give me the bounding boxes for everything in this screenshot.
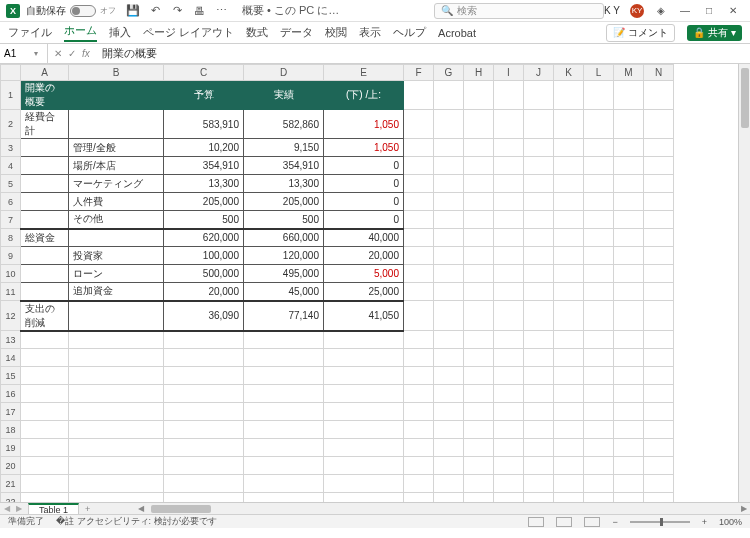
cell[interactable]	[434, 331, 464, 349]
scroll-right-icon[interactable]: ▶	[738, 504, 750, 513]
col-header[interactable]: F	[404, 65, 434, 81]
row-header[interactable]: 14	[1, 349, 21, 367]
row-header[interactable]: 4	[1, 157, 21, 175]
sheet-tab[interactable]: Table 1	[28, 503, 79, 515]
cell[interactable]	[69, 457, 164, 475]
cell[interactable]	[494, 283, 524, 301]
cell[interactable]	[524, 439, 554, 457]
row-header[interactable]: 1	[1, 81, 21, 110]
cell[interactable]: 25,000	[324, 283, 404, 301]
cell[interactable]	[494, 403, 524, 421]
tab-home[interactable]: ホーム	[64, 23, 97, 42]
cell[interactable]	[524, 367, 554, 385]
row-header[interactable]: 11	[1, 283, 21, 301]
print-icon[interactable]: 🖶	[192, 4, 206, 18]
comment-button[interactable]: 📝 コメント	[606, 24, 675, 42]
cell[interactable]: 495,000	[244, 265, 324, 283]
cell[interactable]	[21, 439, 69, 457]
cell[interactable]: 管理/全般	[69, 139, 164, 157]
cell[interactable]	[644, 247, 674, 265]
cell[interactable]	[434, 403, 464, 421]
avatar[interactable]: KY	[630, 4, 644, 18]
cell[interactable]	[614, 421, 644, 439]
cell[interactable]	[69, 403, 164, 421]
cell[interactable]	[554, 385, 584, 403]
cell[interactable]	[644, 139, 674, 157]
cell[interactable]	[244, 349, 324, 367]
row-header[interactable]: 9	[1, 247, 21, 265]
cell[interactable]	[21, 367, 69, 385]
cell[interactable]	[554, 439, 584, 457]
cell[interactable]	[584, 301, 614, 331]
cell[interactable]	[584, 385, 614, 403]
cell[interactable]	[524, 139, 554, 157]
cell[interactable]	[554, 81, 584, 110]
cell[interactable]	[464, 139, 494, 157]
cell[interactable]	[584, 247, 614, 265]
close-button[interactable]: ✕	[726, 4, 740, 18]
cell[interactable]	[404, 139, 434, 157]
row-header[interactable]: 16	[1, 385, 21, 403]
row-header[interactable]: 8	[1, 229, 21, 247]
cell[interactable]	[69, 475, 164, 493]
cell[interactable]	[584, 175, 614, 193]
cell[interactable]: 45,000	[244, 283, 324, 301]
col-header[interactable]: D	[244, 65, 324, 81]
formula-cancel-icon[interactable]: ✕	[54, 48, 62, 59]
cell[interactable]	[584, 475, 614, 493]
cell[interactable]	[584, 421, 614, 439]
cell[interactable]: 100,000	[164, 247, 244, 265]
cell[interactable]	[614, 283, 644, 301]
cell[interactable]	[494, 211, 524, 229]
cell[interactable]	[494, 265, 524, 283]
cell[interactable]: 場所/本店	[69, 157, 164, 175]
cell[interactable]	[524, 331, 554, 349]
cell[interactable]	[644, 211, 674, 229]
cell[interactable]	[434, 439, 464, 457]
cell[interactable]	[614, 139, 644, 157]
cell[interactable]	[69, 229, 164, 247]
cell[interactable]: 追加資金	[69, 283, 164, 301]
cell[interactable]	[464, 385, 494, 403]
cell[interactable]: 500	[164, 211, 244, 229]
scroll-left-icon[interactable]: ◀	[135, 504, 147, 513]
cell[interactable]	[494, 439, 524, 457]
row-header[interactable]: 12	[1, 301, 21, 331]
cell[interactable]	[464, 301, 494, 331]
cell[interactable]: ローン	[69, 265, 164, 283]
cell[interactable]	[21, 211, 69, 229]
autosave-toggle[interactable]: 自動保存 オフ	[26, 4, 116, 18]
cell[interactable]	[244, 331, 324, 349]
cell[interactable]	[404, 403, 434, 421]
cell[interactable]: 354,910	[244, 157, 324, 175]
cell[interactable]	[434, 283, 464, 301]
cell[interactable]: 354,910	[164, 157, 244, 175]
cell[interactable]	[434, 301, 464, 331]
cell[interactable]	[644, 421, 674, 439]
cell[interactable]	[164, 331, 244, 349]
cell[interactable]	[644, 475, 674, 493]
cell[interactable]	[554, 229, 584, 247]
cell[interactable]	[404, 193, 434, 211]
cell[interactable]: その他	[69, 211, 164, 229]
col-header[interactable]: J	[524, 65, 554, 81]
view-normal-button[interactable]	[528, 517, 544, 527]
cell[interactable]	[584, 367, 614, 385]
cell[interactable]	[69, 385, 164, 403]
cell[interactable]	[524, 247, 554, 265]
cell[interactable]	[324, 403, 404, 421]
cell[interactable]: 予算	[164, 81, 244, 110]
row-header[interactable]: 3	[1, 139, 21, 157]
zoom-out-button[interactable]: −	[612, 517, 617, 527]
cell[interactable]	[614, 211, 644, 229]
row-header[interactable]: 6	[1, 193, 21, 211]
cell[interactable]	[164, 403, 244, 421]
cell[interactable]	[554, 301, 584, 331]
diamond-icon[interactable]: ◈	[654, 4, 668, 18]
cell[interactable]	[244, 367, 324, 385]
zoom-in-button[interactable]: +	[702, 517, 707, 527]
cell[interactable]	[464, 110, 494, 139]
cell[interactable]	[494, 229, 524, 247]
cell[interactable]	[434, 193, 464, 211]
cell[interactable]: 13,300	[244, 175, 324, 193]
